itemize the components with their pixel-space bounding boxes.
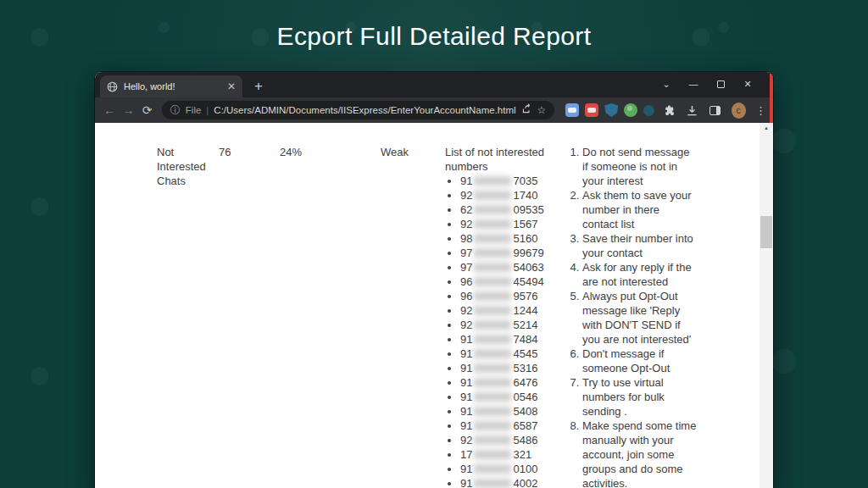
tab-search-chevron-button[interactable]: ⌄: [653, 74, 680, 94]
not-interested-number: 925486: [460, 433, 563, 447]
redacted-digits: [474, 263, 511, 272]
green-globe-extension-icon[interactable]: [624, 103, 637, 117]
tip-item: Always put Opt-Out message like 'Reply w…: [582, 289, 697, 347]
redacted-digits: [474, 392, 511, 402]
tip-item: Do not send message if someone is not in…: [582, 145, 697, 188]
not-interested-number: 921740: [460, 188, 563, 202]
count-cell: 76: [219, 145, 280, 159]
redacted-digits: [474, 191, 511, 200]
redacted-digits: [474, 248, 511, 258]
report-page: Not Interested Chats 76 24% Weak List of…: [95, 123, 773, 488]
teal-sphere-extension-icon[interactable]: [643, 105, 654, 116]
address-bar[interactable]: ⓘ File | C:/Users/ADMIN/Documents/IISExp…: [162, 101, 555, 119]
forward-icon[interactable]: →: [120, 103, 136, 117]
not-interested-number: 985160: [460, 231, 563, 246]
recording-indicator-strip: [770, 72, 773, 123]
window-controls: ⌄ — ✕: [653, 74, 761, 94]
shield-extension-icon[interactable]: [604, 103, 618, 117]
not-interested-number: 910100: [460, 462, 563, 476]
not-interested-number: 916587: [460, 419, 563, 433]
numbers-list-title: List of not interested numbers: [445, 145, 563, 174]
browser-menu-icon[interactable]: ⋮: [755, 104, 766, 117]
profile-avatar[interactable]: c: [732, 103, 746, 119]
browser-window: Hello, world! ✕ + ⌄ — ✕ ← → ⟳ ⓘ File | C…: [95, 72, 773, 488]
redacted-digits: [474, 464, 511, 474]
scrollbar-thumb[interactable]: [760, 216, 772, 248]
redacted-digits: [474, 306, 511, 315]
url-divider: |: [206, 105, 209, 115]
scroll-up-arrow-icon[interactable]: ▲: [760, 123, 773, 134]
not-interested-number: 916476: [460, 375, 563, 390]
tips-list: Do not send message if someone is not in…: [570, 145, 697, 488]
maximize-button[interactable]: [707, 74, 734, 94]
redacted-digits: [474, 219, 511, 229]
not-interested-number: 921567: [460, 217, 563, 231]
not-interested-number: 969576: [460, 289, 563, 303]
redacted-digits: [474, 320, 511, 330]
tips-cell: Do not send message if someone is not in…: [570, 145, 748, 488]
redacted-digits: [474, 205, 511, 214]
redacted-digits: [474, 349, 511, 358]
not-interested-number: 917484: [460, 332, 563, 347]
redacted-digits: [474, 479, 511, 488]
globe-favicon-icon: [107, 81, 118, 92]
redacted-digits: [474, 335, 511, 344]
not-interested-number: 9754063: [460, 260, 563, 274]
url-scheme-label: File: [186, 105, 202, 115]
strength-cell: Weak: [381, 145, 445, 159]
tip-item: Don't message if someone Opt-Out: [582, 347, 697, 375]
redacted-digits: [474, 291, 511, 301]
numbers-list: 9170359217406209535921567985160979967997…: [445, 174, 563, 488]
redacted-digits: [474, 277, 511, 286]
close-button[interactable]: ✕: [734, 74, 761, 94]
not-interested-number: 17321: [460, 447, 563, 462]
not-interested-number: 915316: [460, 361, 563, 375]
downloads-icon[interactable]: [686, 103, 699, 118]
minimize-button[interactable]: —: [680, 74, 707, 94]
tip-item: Save their number into your contact: [582, 231, 697, 260]
desktop-background: Ecport Full Detailed Report Hello, world…: [0, 0, 868, 488]
redacted-digits: [474, 407, 511, 416]
page-scrollbar[interactable]: ▲: [760, 123, 773, 488]
not-interested-number: 925214: [460, 318, 563, 332]
side-panel-icon[interactable]: [708, 103, 721, 118]
not-interested-number: 914545: [460, 347, 563, 361]
extensions-puzzle-icon[interactable]: [663, 103, 676, 118]
redacted-digits: [474, 450, 511, 459]
bookmark-star-icon[interactable]: ☆: [537, 104, 547, 116]
tip-item: Ask them to save your number in there co…: [582, 188, 697, 231]
redacted-digits: [474, 234, 511, 243]
not-interested-number: 917035: [460, 174, 563, 188]
redacted-digits: [474, 378, 511, 387]
url-text[interactable]: C:/Users/ADMIN/Documents/IISExpress/Ente…: [214, 105, 515, 115]
redacted-digits: [474, 363, 511, 373]
back-icon[interactable]: ←: [102, 103, 117, 117]
tip-item: Try to use virtual numbers for bulk send…: [582, 375, 697, 419]
not-interested-number: 910546: [460, 390, 563, 404]
red-grid-extension-icon[interactable]: [585, 103, 598, 117]
tab-title: Hello, world!: [124, 81, 221, 92]
not-interested-number: 914002: [460, 476, 563, 488]
not-interested-number: 915408: [460, 404, 563, 419]
category-cell: Not Interested Chats: [157, 145, 219, 188]
new-tab-button[interactable]: +: [248, 75, 270, 97]
not-interested-number: 9799679: [460, 246, 563, 260]
blue-camera-extension-icon[interactable]: [565, 103, 579, 117]
tab-close-button[interactable]: ✕: [227, 81, 236, 92]
numbers-cell: List of not interested numbers 917035921…: [445, 145, 570, 488]
browser-tab[interactable]: Hello, world! ✕: [100, 75, 242, 97]
share-icon[interactable]: [521, 103, 532, 117]
browser-toolbar: ← → ⟳ ⓘ File | C:/Users/ADMIN/Documents/…: [95, 97, 773, 123]
percent-cell: 24%: [280, 145, 381, 159]
reload-icon[interactable]: ⟳: [140, 103, 155, 117]
page-info-icon[interactable]: ⓘ: [170, 103, 181, 118]
redacted-digits: [474, 435, 511, 445]
tab-strip: Hello, world! ✕ + ⌄ — ✕: [95, 72, 773, 97]
not-interested-number: 9645494: [460, 274, 563, 289]
tip-item: Ask for any reply if the are not interes…: [582, 260, 697, 289]
redacted-digits: [474, 421, 511, 430]
report-table-row: Not Interested Chats 76 24% Weak List of…: [95, 123, 773, 488]
not-interested-number: 921244: [460, 303, 563, 318]
not-interested-number: 6209535: [460, 202, 563, 217]
tip-item: Make spend some time manually with your …: [582, 419, 697, 488]
